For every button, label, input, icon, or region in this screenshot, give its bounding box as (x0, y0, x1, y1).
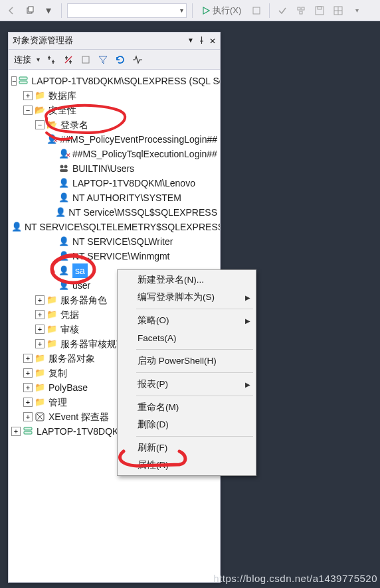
expander-icon[interactable]: + (23, 412, 33, 421)
tree-login-item[interactable]: BUILTIN\Users (11, 161, 217, 176)
login-user-icon: 👤 (58, 249, 70, 263)
menu-start-powershell[interactable]: 启动 PowerShell(H) (118, 352, 256, 370)
expander-icon[interactable]: + (23, 383, 33, 392)
expander-icon[interactable]: + (35, 339, 45, 348)
nav-back-button[interactable] (4, 3, 19, 18)
svg-rect-7 (318, 7, 322, 9)
menu-separator (136, 396, 253, 396)
menu-policies[interactable]: 策略(O)▶ (118, 312, 256, 329)
expander-icon[interactable]: + (35, 310, 45, 319)
menu-properties[interactable]: 属性(R) (118, 457, 256, 474)
menu-facets[interactable]: Facets(A) (118, 329, 256, 346)
menu-label: 启动 PowerShell(H) (138, 355, 217, 367)
tree-label: 审核 (60, 322, 79, 336)
copy-icon[interactable] (23, 3, 37, 18)
expander-icon[interactable]: − (23, 106, 33, 115)
execute-button[interactable]: 执行(X) (198, 3, 245, 18)
svg-rect-6 (316, 7, 324, 15)
svg-rect-19 (24, 427, 32, 430)
menu-label: 重命名(M) (138, 402, 179, 413)
menu-label: 属性(R) (138, 459, 169, 471)
expander-icon[interactable]: − (11, 76, 17, 86)
close-icon[interactable]: ✕ (209, 37, 216, 46)
tree-label: 凭据 (60, 307, 79, 322)
folder-icon: 📁 (34, 88, 46, 103)
tree-login-item[interactable]: 👤 ##MS_PolicyEventProcessingLogin## (11, 132, 217, 147)
chevron-down-icon[interactable]: ▾ (37, 56, 40, 63)
stop-icon[interactable] (249, 3, 264, 18)
database-combo[interactable]: ▾ (67, 3, 187, 18)
menu-reports[interactable]: 报表(P)▶ (118, 376, 256, 393)
activity-icon[interactable] (132, 54, 143, 66)
svg-point-15 (60, 165, 64, 169)
tree-login-item[interactable]: 👤 NT Service\MSSQL$SQLEXPRESS (11, 205, 217, 220)
tree-label: LAPTOP-1TV8DQKM\SQLEXPRESS (SQL Server) (31, 74, 220, 88)
tree-label: NT AUTHORITY\SYSTEM (72, 190, 181, 205)
save-icon[interactable] (312, 3, 327, 18)
expander-icon[interactable]: + (35, 295, 45, 305)
xevent-icon (34, 411, 46, 422)
tree-login-item[interactable]: 👤 NT SERVICE\SQLWriter (11, 234, 217, 249)
menu-script-login-as[interactable]: 编写登录脚本为(S)▶ (118, 289, 256, 306)
menu-label: 新建登录名(N)... (138, 274, 204, 286)
tree-label: 服务器审核规范 (60, 336, 126, 351)
tree-label: NT Service\MSSQL$SQLEXPRESS (68, 205, 217, 220)
pin-icon[interactable] (198, 37, 205, 46)
main-toolbar: ▾ ▾ 执行(X) ▾ (0, 0, 380, 21)
connect-label[interactable]: 连接 (14, 54, 31, 66)
dropdown-icon[interactable]: ▼ (187, 37, 194, 46)
connect-icon[interactable] (45, 54, 57, 66)
tree-login-item[interactable]: 👤 ##MS_PolicyTsqlExecutionLogin## (11, 147, 217, 161)
expander-icon[interactable]: + (23, 91, 33, 100)
chevron-down-icon: ▾ (180, 7, 183, 14)
tree-security[interactable]: − 📂 安全性 (11, 103, 217, 117)
filter-icon[interactable] (97, 54, 109, 66)
expander-icon[interactable]: + (23, 368, 33, 378)
login-user-icon: 👤 (58, 176, 70, 190)
login-group-icon (58, 163, 70, 174)
folder-icon: 📁 (46, 322, 58, 336)
folder-icon: 📁 (46, 293, 58, 307)
menu-delete[interactable]: 删除(D) (118, 416, 256, 433)
expander-icon[interactable]: + (23, 354, 33, 363)
login-user-icon: 👤 (58, 278, 70, 293)
disconnect-icon[interactable] (62, 54, 74, 66)
tree-server-root[interactable]: − LAPTOP-1TV8DQKM\SQLEXPRESS (SQL Server… (11, 74, 217, 88)
tree-login-item[interactable]: 👤 NT AUTHORITY\SYSTEM (11, 190, 217, 205)
folder-icon: 📁 (46, 336, 58, 351)
svg-rect-4 (302, 7, 304, 10)
server-icon (18, 76, 29, 86)
tree-label: NT SERVICE\Winmgmt (72, 249, 170, 263)
tree-label: ##MS_PolicyTsqlExecutionLogin## (72, 147, 217, 161)
tree-label: 管理 (48, 395, 67, 409)
login-user-icon: 👤 (58, 234, 70, 249)
stop-square-icon[interactable] (80, 54, 92, 66)
tree-logins[interactable]: − 📂 登录名 (11, 117, 217, 132)
tree-login-item[interactable]: 👤 NT SERVICE\Winmgmt (11, 249, 217, 263)
more-icon[interactable]: ▾ (349, 3, 364, 18)
tree-label: XEvent 探查器 (48, 409, 109, 424)
add-icon[interactable]: ▾ (41, 3, 56, 18)
tree-login-item[interactable]: 👤 NT SERVICE\SQLTELEMETRY$SQLEXPRESS (11, 220, 217, 234)
play-icon (202, 7, 210, 15)
expander-icon[interactable]: + (23, 398, 33, 407)
expander-icon[interactable]: + (35, 325, 45, 334)
expander-icon[interactable]: + (11, 427, 21, 436)
expander-icon[interactable]: − (35, 120, 45, 129)
menu-rename[interactable]: 重命名(M) (118, 399, 256, 416)
menu-refresh[interactable]: 刷新(F) (118, 439, 256, 457)
plan-icon[interactable] (294, 3, 308, 18)
tree-label: PolyBase (48, 380, 88, 395)
svg-rect-17 (60, 169, 68, 172)
menu-new-login[interactable]: 新建登录名(N)... (118, 271, 256, 289)
parse-icon[interactable] (275, 3, 290, 18)
tree-login-item[interactable]: 👤 LAPTOP-1TV8DQKM\Lenovo (11, 176, 217, 190)
svg-rect-14 (19, 81, 27, 84)
submenu-arrow-icon: ▶ (245, 317, 250, 325)
grid-icon[interactable] (331, 3, 345, 18)
login-context-menu: 新建登录名(N)... 编写登录脚本为(S)▶ 策略(O)▶ Facets(A)… (117, 269, 256, 476)
tree-databases[interactable]: + 📁 数据库 (11, 88, 217, 103)
execute-label: 执行(X) (213, 5, 241, 17)
submenu-arrow-icon: ▶ (245, 381, 250, 388)
refresh-icon[interactable] (114, 54, 126, 66)
